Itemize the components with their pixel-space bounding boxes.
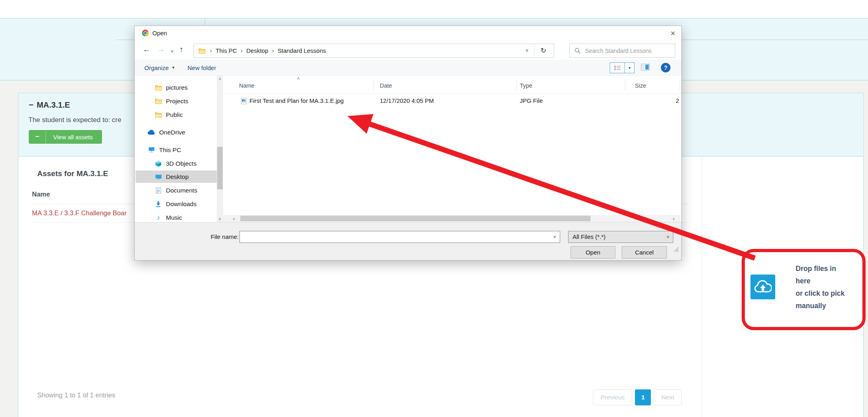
resize-grip[interactable] [674,247,679,254]
next-page-button[interactable]: Next [654,389,682,405]
sidebar-item-3d-objects[interactable]: 3D Objects [136,157,217,170]
sidebar-item-downloads[interactable]: Downloads [136,198,217,210]
back-button[interactable]: ← [143,45,150,54]
table-info-text: Showing 1 to 1 of 1 entries [37,391,115,399]
help-icon[interactable]: ? [661,63,670,72]
view-mode-dropdown-icon[interactable]: ▼ [625,63,634,73]
scrollbar-thumb[interactable] [240,216,591,221]
history-dropdown-icon[interactable]: ˅ [171,47,174,56]
asset-link[interactable]: MA 3.3.E / 3.3.F Challenge Boar [32,209,127,217]
chevron-down-icon: ˅ [666,235,669,240]
chevron-right-icon: › [241,47,243,54]
column-header-name[interactable]: Name [239,82,255,89]
refresh-icon[interactable]: ↻ [536,44,551,57]
scrollbar-thumb[interactable] [217,147,223,189]
file-date: 12/17/2020 4:05 PM [380,97,434,104]
column-divider[interactable] [517,80,517,90]
assets-heading: Assets for MA.3.1.E [37,169,108,178]
breadcrumb-this-pc[interactable]: This PC [216,47,237,54]
file-list: ˄ Name Date Type Size First Test and Pla… [223,76,681,222]
organize-menu[interactable]: Organize ▼ [144,60,175,76]
dialog-navigation-bar: ← → ˅ ↑ › This PC › Desktop › Standard L… [135,40,681,60]
chevron-down-icon[interactable]: ˅ [553,235,556,240]
column-divider[interactable] [625,80,625,90]
sidebar-item-pictures[interactable]: pictures [136,81,217,94]
file-type: JPG File [520,97,543,104]
dropzone-line: Drop files in [796,263,860,275]
search-box[interactable] [569,44,675,58]
scroll-right-icon[interactable]: › [670,215,677,222]
close-icon[interactable]: × [666,27,679,39]
sidebar-item-documents[interactable]: Documents [136,184,217,196]
panel-vertical-divider [702,156,702,417]
horizontal-scrollbar[interactable]: ‹ › [223,215,680,222]
dialog-body: pictures Projects Public OneDrive This P… [135,76,681,222]
sort-ascending-icon: ˄ [297,76,300,82]
open-file-dialog: Open × ← → ˅ ↑ › This PC › Desktop › Sta… [134,26,682,261]
details-view-icon[interactable] [610,63,625,73]
dialog-titlebar[interactable]: Open × [135,26,681,40]
standard-code: MA.3.1.E [37,100,70,109]
file-dropzone[interactable]: Drop files in here or click to pick manu… [742,249,866,330]
computer-icon [147,147,156,153]
address-bar[interactable]: › This PC › Desktop › Standard Lessons ˅… [194,44,554,58]
sidebar-item-this-pc[interactable]: This PC [136,144,217,156]
document-icon [154,187,163,194]
sidebar-scrollbar[interactable]: ˄ ˅ [217,76,223,222]
file-name: First Test and Plan for MA.3.1.E.jpg [249,97,344,104]
pagination: Previous 1 Next [593,389,684,405]
file-row[interactable]: First Test and Plan for MA.3.1.E.jpg 12/… [223,95,681,108]
open-button[interactable]: Open [571,246,615,259]
column-header-size[interactable]: Size [635,82,646,89]
standard-description: The student is expected to: cre [28,116,121,124]
assets-name-column-header[interactable]: Name [32,190,50,198]
search-icon [575,48,581,54]
file-name-input[interactable] [242,232,538,242]
search-input[interactable] [584,47,664,54]
download-arrow-icon [154,201,163,207]
breadcrumb: › This PC › Desktop › Standard Lessons [194,47,326,54]
breadcrumb-desktop[interactable]: Desktop [246,47,268,54]
screen: −MA.3.1.E The student is expected to: cr… [0,0,868,417]
new-folder-button[interactable]: New folder [188,60,216,76]
column-header-date[interactable]: Date [380,82,392,89]
sidebar-item-desktop[interactable]: Desktop [136,170,217,183]
minus-icon: − [29,130,46,143]
chevron-right-icon: › [272,47,274,54]
column-divider[interactable] [373,80,373,90]
breadcrumb-standard-lessons[interactable]: Standard Lessons [277,47,326,54]
previous-page-button[interactable]: Previous [593,389,632,405]
dialog-footer: File name: ˅ All Files (*.*) ˅ Open Canc… [135,222,681,261]
sidebar-item-public[interactable]: Public [136,108,217,121]
dialog-title: Open [152,30,167,36]
current-page-button[interactable]: 1 [635,389,651,405]
file-name-combobox[interactable]: ˅ [239,231,560,243]
cloud-upload-icon [750,275,775,299]
standard-title: −MA.3.1.E [29,100,70,110]
onedrive-icon [147,130,156,135]
file-type-select[interactable]: All Files (*.*) ˅ [568,231,673,243]
view-all-assets-button[interactable]: − View all assets [29,130,102,144]
file-size: 2 [676,97,679,104]
forward-button[interactable]: → [157,45,165,54]
image-file-icon [239,98,248,104]
sidebar-item-projects[interactable]: Projects [136,95,217,107]
folder-icon [154,112,163,118]
collapse-minus-icon[interactable]: − [29,100,34,109]
column-header-type[interactable]: Type [520,82,532,89]
folder-icon [198,48,206,54]
scroll-left-icon[interactable]: ‹ [230,215,237,222]
cube-icon [154,160,163,167]
folder-icon [154,98,163,104]
file-name-label: File name: [206,233,239,240]
column-divider[interactable] [680,80,680,90]
list-header-border [223,93,681,94]
cancel-button[interactable]: Cancel [622,246,667,259]
up-button[interactable]: ↑ [180,45,184,54]
dialog-toolbar: Organize ▼ New folder ▼ ? [135,60,681,76]
scroll-up-icon[interactable]: ˄ [217,76,223,82]
preview-pane-icon[interactable] [641,64,650,72]
scroll-down-icon[interactable]: ˅ [217,216,223,222]
sidebar-item-onedrive[interactable]: OneDrive [136,126,217,138]
address-dropdown-icon[interactable]: ˅ [521,44,533,57]
